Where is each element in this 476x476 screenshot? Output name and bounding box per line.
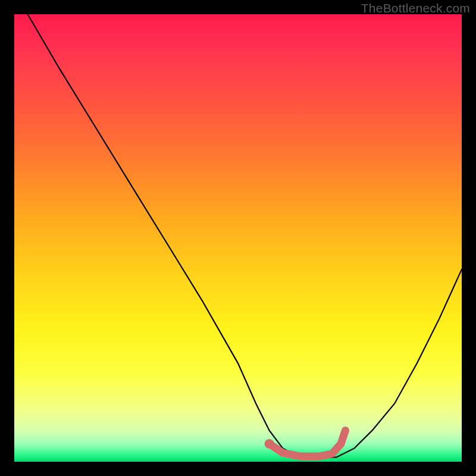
highlight-dot <box>265 439 274 449</box>
chart-svg <box>14 14 462 462</box>
bottleneck-curve <box>28 14 462 458</box>
plot-area <box>14 14 462 462</box>
highlight-band <box>270 430 346 456</box>
watermark-text: TheBottleneck.com <box>361 1 470 15</box>
chart-frame: TheBottleneck.com <box>0 0 476 476</box>
